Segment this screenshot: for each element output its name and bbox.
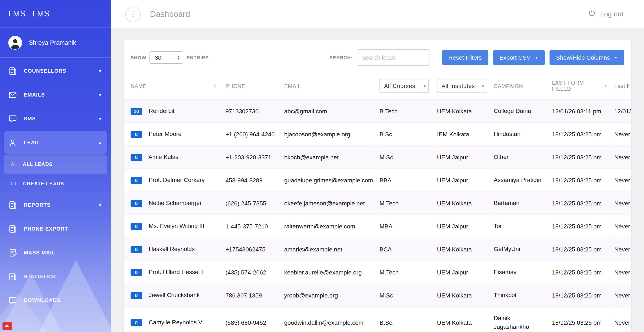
sidebar-subitem-all-leads[interactable]: ALALL LEADS	[4, 155, 107, 174]
chevron-down-icon: ▾	[424, 84, 426, 88]
lead-name-cell: 0 Peter Moore	[124, 123, 222, 146]
column-header-last-clipped[interactable]: Last F	[611, 76, 631, 100]
table-row[interactable]: 0 Amie Kulas +1-203-920-3371 hkoch@examp…	[124, 146, 631, 169]
lead-phone: +1 (260) 964-4246	[222, 123, 281, 146]
lead-email: raltenwerth@example.com	[281, 215, 376, 238]
table-row[interactable]: 10 Renderbit 9713302736 abc@gmail.com B.…	[124, 100, 631, 123]
user-profile[interactable]: Shreya Pramanik	[0, 28, 111, 58]
lead-campaign: Assamiya Pratidin	[490, 169, 549, 192]
sort-icon: ▲▼	[214, 83, 216, 88]
entries-per-page-value: 30	[155, 54, 161, 61]
leads-table-body: 10 Renderbit 9713302736 abc@gmail.com B.…	[124, 100, 631, 332]
table-row[interactable]: 0 Nettie Schamberger (626) 245-7355 okee…	[124, 192, 631, 215]
lead-name-cell: 0 Prof. Delmer Corkery	[124, 169, 222, 192]
sidebar-item-label: LEAD	[24, 140, 39, 146]
lead-name: Renderbit	[149, 107, 174, 114]
lead-last-activity: Never	[611, 215, 631, 238]
table-row[interactable]: 0 Ms. Evelyn Witting III 1-445-375-7210 …	[124, 215, 631, 238]
sidebar-item-label: PHONE EXPORT	[24, 226, 68, 232]
sidebar-item-counsellors[interactable]: COUNSELLORS▼	[0, 59, 111, 83]
chevron-down-icon: ▼	[98, 69, 103, 74]
lead-campaign: Thinkpot	[490, 284, 549, 307]
column-header-phone[interactable]: PHONE	[222, 76, 281, 100]
column-header-course: All Courses ▾	[376, 76, 434, 100]
lead-last-activity: Never	[611, 123, 631, 146]
lead-institute: UEM Jaipur	[434, 215, 490, 238]
search-input[interactable]	[357, 49, 430, 66]
lead-phone: (585) 680-9452	[222, 307, 281, 332]
sidebar-item-mass-mail[interactable]: MASS MAIL	[0, 241, 111, 265]
lead-name-cell: 0 Nettie Schamberger	[124, 192, 222, 215]
column-header-email[interactable]: EMAIL	[281, 76, 376, 100]
lead-institute: UEM Jaipur	[434, 261, 490, 284]
table-row[interactable]: 0 Prof. Hillard Hessel I (435) 574-2062 …	[124, 261, 631, 284]
table-row[interactable]: 0 Jewell Cruickshank 786.307.1359 yroob@…	[124, 284, 631, 307]
lead-last-form-filled: 12/01/26 03:11 pm	[549, 100, 611, 123]
lead-count-badge: 0	[130, 222, 142, 230]
clipboard-icon	[8, 200, 17, 209]
search-label: SEARCH:	[330, 55, 353, 60]
doc-check-icon	[8, 248, 17, 257]
entries-per-page-select[interactable]: 30 ▲▼	[150, 51, 183, 64]
lead-last-form-filled: 18/12/25 03:25 pm	[549, 307, 611, 332]
table-toolbar: SHOW 30 ▲▼ ENTRIES SEARCH: Reset Filters…	[124, 40, 631, 76]
sidebar-item-sms[interactable]: SMS▼	[0, 107, 111, 131]
lead-phone: 458-994-8289	[222, 169, 281, 192]
table-row[interactable]: 0 Peter Moore +1 (260) 964-4246 hjacobso…	[124, 123, 631, 146]
show-hide-columns-button[interactable]: Show/Hide Columns ▼	[550, 50, 624, 65]
debugbar-icon[interactable]	[2, 322, 12, 330]
reset-filters-button[interactable]: Reset Filters	[442, 50, 488, 65]
lead-email: keebler.aurelie@example.org	[281, 261, 376, 284]
logout-button[interactable]: Log out	[588, 9, 623, 19]
topbar-menu-button[interactable]: ⋮	[125, 7, 141, 22]
chevron-down-icon: ▼	[535, 55, 538, 60]
column-header-institute: All Institutes ▾	[434, 76, 490, 100]
lead-institute: UEM Kolkata	[434, 238, 490, 261]
stepper-icon: ▲▼	[178, 55, 180, 60]
column-header-last-form-filled[interactable]: LAST FORM FILLED ▼	[549, 76, 611, 100]
export-csv-button[interactable]: Export CSV ▼	[493, 50, 545, 65]
clipboard-icon	[8, 272, 17, 281]
chevron-down-icon: ▼	[98, 203, 103, 208]
column-header-campaign[interactable]: CAMPAIGN	[490, 76, 549, 100]
sidebar-item-emails[interactable]: EMAILS▼	[0, 83, 111, 107]
sidebar-item-reports[interactable]: REPORTS▼	[0, 193, 111, 217]
lead-name-cell: 0 Prof. Hillard Hessel I	[124, 261, 222, 284]
lead-last-form-filled: 18/12/25 03:25 pm	[549, 192, 611, 215]
lead-name: Amie Kulas	[148, 153, 178, 160]
lead-email: yroob@example.org	[281, 284, 376, 307]
institute-filter-select[interactable]: All Institutes ▾	[437, 79, 487, 93]
table-row[interactable]: 0 Camylle Reynolds V (585) 680-9452 good…	[124, 307, 631, 332]
chat-icon	[8, 114, 17, 123]
sidebar-subitem-create-leads[interactable]: CLCREATE LEADS	[0, 174, 111, 193]
lead-count-badge: 0	[130, 130, 142, 138]
lead-course: M.Tech	[376, 192, 434, 215]
course-filter-select[interactable]: All Courses ▾	[380, 79, 429, 93]
leads-table: NAME ▲▼ PHONE EMAIL All Courses ▾	[124, 76, 631, 332]
lead-phone: 9713302736	[222, 100, 281, 123]
lead-course: B.Sc.	[376, 123, 434, 146]
lead-campaign: Dainik Jugashankho	[490, 307, 549, 332]
lead-count-badge: 0	[130, 268, 142, 276]
table-row[interactable]: 0 Prof. Delmer Corkery 458-994-8289 guad…	[124, 169, 631, 192]
sidebar-item-downloads[interactable]: DOWNLOADS	[0, 288, 111, 312]
subitem-label: ALL LEADS	[23, 161, 52, 167]
sidebar-item-phone-export[interactable]: PHONE EXPORT	[0, 217, 111, 241]
lead-phone: +1-203-920-3371	[222, 146, 281, 169]
lead-count-badge: 0	[130, 176, 142, 184]
lead-name-cell: 0 Amie Kulas	[124, 146, 222, 169]
table-row[interactable]: 0 Haskell Reynolds +17543062475 amarks@e…	[124, 238, 631, 261]
lead-name: Nettie Schamberger	[149, 199, 202, 206]
sidebar-item-lead[interactable]: LEAD▲	[4, 131, 107, 155]
lead-phone: 1-445-375-7210	[222, 215, 281, 238]
lead-institute: IEM Kolkata	[434, 123, 490, 146]
lead-count-badge: 10	[130, 107, 142, 115]
lead-last-activity: Never	[611, 146, 631, 169]
app-name: LMS	[32, 9, 50, 18]
sidebar-item-statistics[interactable]: STATISTICS	[0, 265, 111, 288]
subitem-label: CREATE LEADS	[23, 181, 64, 186]
column-header-name[interactable]: NAME ▲▼	[124, 76, 222, 100]
lead-course: M.Sc.	[376, 284, 434, 307]
lead-name: Prof. Hillard Hessel I	[149, 268, 203, 275]
lead-count-badge: 0	[130, 199, 142, 207]
